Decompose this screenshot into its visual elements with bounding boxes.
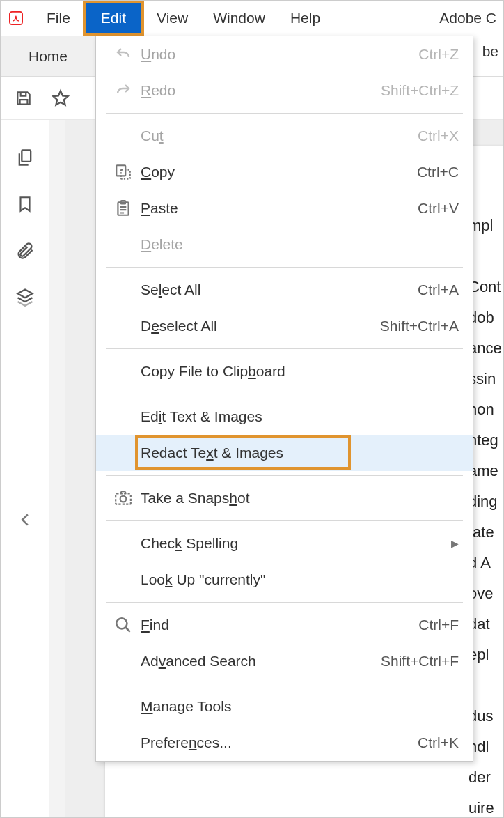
- menu-label-find: Find: [141, 617, 418, 633]
- menu-shortcut-prefs: Ctrl+K: [418, 734, 459, 751]
- menu-view[interactable]: View: [144, 1, 200, 36]
- menu-separator: [106, 602, 463, 603]
- partial-text-be: be: [482, 43, 498, 60]
- menu-label-adv_search: Advanced Search: [141, 653, 381, 670]
- menu-label-edit_ti: Edit Text & Images: [141, 408, 459, 425]
- menu-paste[interactable]: PasteCtrl+V: [96, 190, 473, 226]
- menu-separator: [106, 348, 463, 349]
- redo-icon: [106, 82, 141, 99]
- menu-shortcut-copy: Ctrl+C: [417, 164, 459, 180]
- menu-label-delete: Delete: [141, 236, 459, 253]
- svg-rect-1: [22, 151, 31, 162]
- menu-label-redo: Redo: [141, 82, 381, 99]
- menu-label-undo: Undo: [141, 46, 418, 63]
- search-icon: [106, 616, 141, 634]
- menu-label-snapshot: Take a Snapshot: [141, 490, 459, 507]
- submenu-arrow-icon: ▶: [451, 538, 459, 549]
- menu-copy[interactable]: CopyCtrl+C: [96, 154, 473, 190]
- menu-delete: Delete: [96, 226, 473, 263]
- menubar-right-text[interactable]: Adobe C: [439, 10, 496, 26]
- collapse-panel-caret-icon[interactable]: [20, 514, 30, 526]
- menu-label-paste: Paste: [141, 200, 418, 217]
- edit-dropdown-menu: UndoCtrl+ZRedoShift+Ctrl+ZCutCtrl+XCopyC…: [95, 36, 473, 762]
- undo-icon: [106, 46, 141, 63]
- menu-separator: [106, 394, 463, 394]
- menu-window[interactable]: Window: [200, 1, 278, 36]
- menu-label-cut: Cut: [141, 128, 418, 144]
- document-visible-text: mpl Cont dob ance ssin non nteg ame ding…: [468, 210, 503, 818]
- paste-icon: [106, 199, 141, 218]
- menu-separator: [106, 520, 463, 521]
- scroll-gutter[interactable]: [49, 120, 65, 818]
- menu-separator: [106, 475, 463, 476]
- menu-manage_tools[interactable]: Manage Tools: [96, 688, 473, 725]
- menu-label-lookup: Look Up "currently": [141, 571, 459, 588]
- menu-select_all[interactable]: Select AllCtrl+A: [96, 272, 473, 308]
- menu-lookup[interactable]: Look Up "currently": [96, 562, 473, 598]
- menu-label-select_all: Select All: [141, 281, 418, 298]
- menu-separator: [106, 113, 463, 114]
- menu-undo: UndoCtrl+Z: [96, 36, 473, 72]
- home-tab[interactable]: Home: [1, 36, 96, 76]
- menu-label-spelling: Check Spelling: [141, 535, 444, 552]
- menu-shortcut-undo: Ctrl+Z: [418, 46, 459, 63]
- menubar: File Edit View Window Help Adobe C: [1, 1, 503, 36]
- menu-snapshot[interactable]: Take a Snapshot: [96, 480, 473, 516]
- menu-find[interactable]: FindCtrl+F: [96, 607, 473, 643]
- left-sidepanel: [1, 120, 49, 818]
- menu-separator: [106, 684, 463, 684]
- menu-label-deselect_all: Deselect All: [141, 318, 380, 334]
- menu-shortcut-select_all: Ctrl+A: [418, 281, 459, 298]
- pages-panel-icon[interactable]: [15, 148, 35, 167]
- menu-shortcut-cut: Ctrl+X: [418, 128, 459, 144]
- save-icon[interactable]: [15, 89, 33, 107]
- menu-copy_file[interactable]: Copy File to Clipboard: [96, 353, 473, 389]
- menu-label-prefs: Preferences...: [141, 734, 418, 751]
- star-icon[interactable]: [51, 88, 70, 108]
- menu-label-redact: Redact Text & Images: [141, 445, 459, 461]
- menu-label-manage_tools: Manage Tools: [141, 698, 459, 715]
- menu-label-copy: Copy: [141, 164, 417, 180]
- bookmark-panel-icon[interactable]: [16, 194, 34, 215]
- menu-redo: RedoShift+Ctrl+Z: [96, 72, 473, 109]
- menu-shortcut-deselect_all: Shift+Ctrl+A: [380, 318, 459, 334]
- attachments-panel-icon[interactable]: [15, 241, 35, 261]
- menu-spelling[interactable]: Check Spelling▶: [96, 525, 473, 562]
- menu-shortcut-find: Ctrl+F: [418, 617, 459, 633]
- copy-icon: [106, 163, 141, 181]
- menu-shortcut-adv_search: Shift+Ctrl+F: [381, 653, 459, 670]
- svg-point-7: [120, 496, 127, 502]
- menu-edit_ti[interactable]: Edit Text & Images: [96, 399, 473, 435]
- menu-edit[interactable]: Edit: [83, 1, 144, 36]
- menu-deselect_all[interactable]: Deselect AllShift+Ctrl+A: [96, 308, 473, 344]
- menu-adv_search[interactable]: Advanced SearchShift+Ctrl+F: [96, 643, 473, 679]
- menu-label-copy_file: Copy File to Clipboard: [141, 363, 459, 380]
- camera-icon: [106, 489, 141, 507]
- menu-redact[interactable]: Redact Text & Images: [96, 435, 473, 471]
- menu-prefs[interactable]: Preferences...Ctrl+K: [96, 725, 473, 761]
- menu-cut: CutCtrl+X: [96, 118, 473, 154]
- menu-shortcut-redo: Shift+Ctrl+Z: [381, 82, 459, 99]
- acrobat-app-icon: [8, 10, 24, 26]
- layers-panel-icon[interactable]: [15, 287, 35, 307]
- menu-file[interactable]: File: [34, 1, 83, 36]
- svg-point-8: [116, 618, 127, 628]
- menu-help[interactable]: Help: [278, 1, 333, 36]
- menu-shortcut-paste: Ctrl+V: [418, 200, 459, 217]
- menu-separator: [106, 267, 463, 268]
